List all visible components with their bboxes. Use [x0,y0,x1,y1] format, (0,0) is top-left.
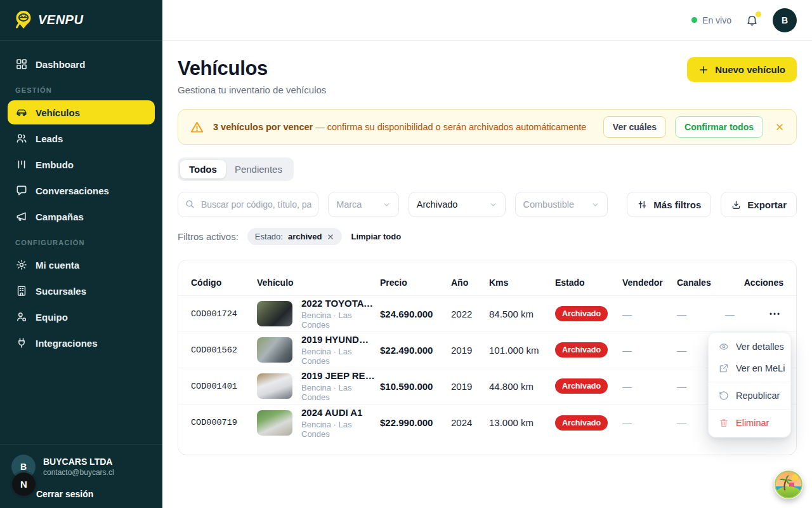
beach-widget-button[interactable] [774,470,803,499]
col-precio: Precio [380,277,446,288]
new-vehicle-button[interactable]: Nuevo vehículo [687,57,797,82]
sidebar-item-campanas[interactable]: Campañas [8,204,155,229]
menu-item-eliminar[interactable]: Eliminar [709,412,790,434]
table-row[interactable]: COD001724 2022 TOYOTA FORTUNER 2.7 Benci… [178,296,796,332]
more-filters-label: Más filtros [653,199,701,210]
actions-empty: — [725,309,735,319]
vehicle-year: 2024 [451,417,484,428]
sidebar-item-integraciones[interactable]: Integraciones [8,331,155,355]
tab-pendientes[interactable]: Pendientes [226,160,291,178]
tab-todos[interactable]: Todos [180,160,226,178]
table-row[interactable]: COD000719 2024 AUDI A1 Bencina · Las Con… [178,404,796,441]
vehicle-year: 2019 [451,345,484,356]
vehicle-thumbnail [257,373,292,399]
vehicle-title: 2019 JEEP RENEGADE SPOR… [301,370,375,381]
cursor-badge: N [12,472,36,496]
megaphone-icon [15,210,28,223]
building-icon [15,284,28,297]
account-name: BUYCARS LTDA [43,457,114,467]
sidebar-item-conversaciones[interactable]: Conversaciones [8,178,155,203]
vehicle-code: COD001562 [191,345,252,355]
logout-label: Cerrar sesión [36,489,93,499]
chevron-down-icon [383,201,391,209]
vehicle-code: COD000719 [191,418,252,427]
users-icon [15,132,28,145]
sidebar: VENPU Dashboard GESTIÓN Vehículos L [0,0,162,508]
menu-item-ver-en-meli[interactable]: Ver en MeLi [709,358,790,379]
palm-tree-icon [774,470,803,499]
fuel-select[interactable]: Combustible [515,192,608,217]
remove-chip-button[interactable] [327,233,334,241]
funnel-bars-icon [15,158,28,171]
brand-logo[interactable]: VENPU [0,0,162,41]
confirm-all-button[interactable]: Confirmar todos [675,116,763,138]
sidebar-nav: Dashboard GESTIÓN Vehículos Leads Embud [0,41,162,444]
menu-item-republicar[interactable]: Republicar [709,385,790,406]
col-acciones: Acciones [725,277,783,288]
col-canales: Canales [677,277,720,288]
menu-item-ver-detalles[interactable]: Ver detalles [709,336,790,358]
sidebar-item-leads[interactable]: Leads [8,126,155,150]
active-filters-label: Filtros activos: [178,231,239,242]
sidebar-item-vehiculos[interactable]: Vehículos [8,100,155,124]
vehicle-kms: 101.000 km [489,345,550,356]
alert-title: 3 vehículos por vencer [213,122,313,132]
active-filters-row: Filtros activos: Estado: archived Limpia… [178,228,797,245]
user-avatar[interactable]: B [773,8,797,32]
sidebar-item-sucursales[interactable]: Sucursales [8,279,155,303]
brand-select-value: Marca [336,199,362,210]
sidebar-item-dashboard[interactable]: Dashboard [8,52,155,76]
chevron-down-icon [591,201,599,209]
search-input[interactable] [178,192,318,217]
export-label: Exportar [747,199,787,210]
row-actions-button[interactable]: ⋯ [766,305,783,322]
dashboard-icon [15,58,28,70]
col-estado: Estado [555,277,617,288]
venpu-pin-icon [14,10,33,31]
table-row[interactable]: COD001401 2019 JEEP RENEGADE SPOR… Benci… [178,368,796,404]
vehicle-year: 2022 [451,309,484,319]
main-area: En vivo B Vehículos Gestiona tu inventar… [162,0,812,508]
status-badge: Archivado [555,378,608,394]
clear-all-button[interactable]: Limpiar todo [351,232,401,241]
list-tabs: Todos Pendientes [178,157,294,181]
sidebar-item-label: Campañas [36,211,84,222]
sidebar-item-label: Sucursales [36,286,86,297]
table-row[interactable]: COD001562 2019 HYUNDAI SANTA FE 4X… Benc… [178,332,796,368]
expiry-alert-banner: 3 vehículos por vencer — confirma su dis… [178,109,797,145]
vehicle-thumbnail [257,301,292,326]
col-kms: Kms [489,277,550,288]
notification-badge [756,11,761,17]
vehicle-meta: Bencina · Las Condes [301,420,375,439]
sidebar-item-label: Integraciones [36,338,98,349]
external-link-icon [719,363,729,373]
sidebar-item-label: Vehículos [36,107,80,118]
export-button[interactable]: Exportar [721,192,797,217]
chip-key: Estado: [255,232,283,241]
see-which-button[interactable]: Ver cuáles [603,116,666,138]
search-icon [185,199,195,210]
more-filters-button[interactable]: Más filtros [627,192,711,217]
app-window: VENPU Dashboard GESTIÓN Vehículos L [0,0,812,508]
brand-select[interactable]: Marca [328,192,399,217]
sidebar-item-embudo[interactable]: Embudo [8,152,155,177]
status-badge: Archivado [555,306,608,321]
notifications-button[interactable] [745,13,759,27]
sidebar-item-equipo[interactable]: Equipo [8,305,155,329]
trash-icon [719,418,729,428]
account-summary[interactable]: B BUYCARS LTDA contacto@buycars.cl [11,455,151,479]
sidebar-section-configuracion: CONFIGURACIÓN [15,239,147,246]
alert-close-button[interactable] [772,119,787,135]
vehicle-price: $22.490.000 [380,345,446,356]
row-actions-menu: Ver detalles Ver en MeLi Republicar [708,332,791,438]
vehicle-kms: 13.000 km [489,417,550,428]
sidebar-item-label: Equipo [36,312,68,323]
close-icon [775,122,785,132]
sidebar-item-label: Leads [36,133,63,144]
vehicle-price: $10.590.000 [380,381,446,392]
menu-item-label: Republicar [736,391,780,401]
status-select[interactable]: Archivado [409,192,506,217]
sliders-icon [637,199,648,210]
sidebar-item-mi-cuenta[interactable]: Mi cuenta [8,253,155,277]
col-vendedor: Vendedor [622,277,672,288]
